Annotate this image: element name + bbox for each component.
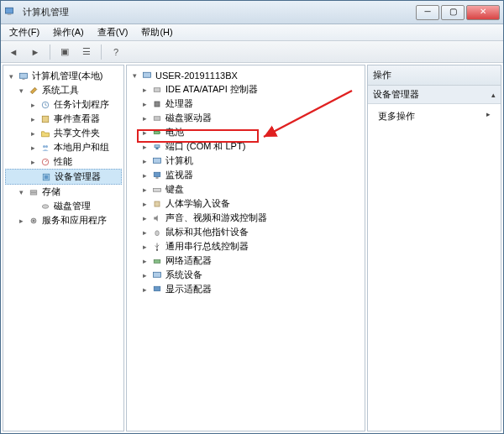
menu-view[interactable]: 查看(V) [91, 24, 135, 40]
device-network[interactable]: ▸ 网络适配器 [129, 254, 363, 268]
tree-task-scheduler[interactable]: ▸ 任务计划程序 [5, 97, 122, 112]
tree-disk-management[interactable]: 磁盘管理 [5, 199, 122, 213]
tree-label: 计算机 [165, 154, 193, 167]
expand-icon[interactable]: ▸ [140, 199, 150, 208]
help-button[interactable]: ? [107, 44, 125, 60]
expand-icon[interactable]: ▸ [140, 156, 150, 165]
disk-icon [39, 201, 51, 212]
users-icon [39, 142, 51, 154]
back-button[interactable]: ◄ [4, 44, 23, 60]
device-processors[interactable]: ▸ 处理器 [129, 97, 363, 111]
action-label: 更多操作 [378, 111, 415, 121]
device-batteries[interactable]: ▸ 电池 [129, 125, 363, 139]
toolbar: ◄ ► ▣ ☰ ? [1, 41, 503, 63]
tree-label: 监视器 [165, 169, 193, 181]
tree-label: 事件查看器 [54, 112, 100, 125]
expand-icon[interactable]: ▸ [29, 114, 38, 123]
tree-system-tools[interactable]: ▾ 系统工具 [5, 83, 122, 97]
svg-rect-16 [144, 72, 151, 77]
properties-button[interactable]: ☰ [77, 44, 96, 60]
chevron-up-icon: ▴ [491, 91, 496, 99]
device-disks[interactable]: ▸ 磁盘驱动器 [129, 111, 363, 125]
device-ports[interactable]: ▸ 端口 (COM 和 LPT) [129, 139, 363, 154]
expand-icon[interactable]: ▸ [140, 227, 150, 237]
tree-label: 电池 [165, 126, 184, 139]
tree-label: 共享文件夹 [54, 127, 100, 139]
expand-icon[interactable]: ▸ [140, 185, 150, 194]
gear-icon [28, 215, 39, 227]
expand-icon[interactable]: ▸ [29, 143, 38, 152]
svg-rect-3 [23, 79, 25, 80]
tree-storage[interactable]: ▾ 存储 [5, 185, 122, 199]
tree-event-viewer[interactable]: ▸ 事件查看器 [5, 112, 122, 126]
menu-action[interactable]: 操作(A) [46, 24, 91, 40]
tree-local-users[interactable]: ▸ 本地用户和组 [5, 140, 122, 154]
device-mice[interactable]: ▸ 鼠标和其他指针设备 [129, 225, 363, 239]
maximize-button[interactable]: ▢ [441, 5, 465, 20]
monitor-icon [151, 170, 163, 181]
collapse-icon[interactable]: ▾ [17, 86, 26, 95]
actions-subheader-label: 设备管理器 [373, 88, 419, 101]
svg-point-15 [33, 219, 34, 221]
device-hid[interactable]: ▸ 人体学输入设备 [129, 196, 363, 211]
tree-root[interactable]: ▾ 计算机管理(本地) [5, 69, 122, 83]
tree-label: IDE ATA/ATAPI 控制器 [165, 83, 258, 96]
tree-performance[interactable]: ▸ 性能 [5, 154, 122, 169]
collapse-icon[interactable]: ▾ [17, 187, 26, 196]
expand-icon[interactable]: ▸ [29, 157, 38, 166]
cpu-icon [151, 98, 163, 110]
actions-subheader[interactable]: 设备管理器 ▴ [368, 86, 501, 104]
device-system[interactable]: ▸ 系统设备 [129, 268, 363, 282]
tree-label: 性能 [54, 155, 72, 168]
tree-device-manager[interactable]: 设备管理器 [5, 169, 122, 185]
up-button[interactable]: ▣ [55, 44, 74, 60]
svg-rect-26 [156, 177, 159, 179]
expand-icon[interactable]: ▸ [29, 128, 38, 138]
device-ide[interactable]: ▸ IDE ATA/ATAPI 控制器 [129, 82, 363, 97]
tree-label: 人体学输入设备 [165, 197, 230, 210]
collapse-icon[interactable]: ▾ [130, 71, 139, 81]
expand-icon[interactable]: ▸ [29, 100, 38, 109]
menu-file[interactable]: 文件(F) [3, 24, 46, 40]
svg-point-7 [45, 145, 48, 148]
device-root[interactable]: ▾ USER-20191113BX [129, 69, 363, 82]
expand-icon[interactable]: ▸ [140, 113, 150, 123]
tree-label: 磁盘管理 [54, 200, 91, 212]
expand-icon[interactable]: ▸ [140, 128, 150, 137]
close-button[interactable]: ✕ [466, 5, 500, 20]
tree-shared-folders[interactable]: ▸ 共享文件夹 [5, 126, 122, 140]
device-computer[interactable]: ▸ 计算机 [129, 154, 363, 168]
titlebar[interactable]: 计算机管理 ─ ▢ ✕ [1, 1, 503, 24]
collapse-icon[interactable]: ▾ [7, 71, 16, 81]
minimize-button[interactable]: ─ [416, 5, 439, 20]
device-monitors[interactable]: ▸ 监视器 [129, 168, 363, 182]
expand-icon[interactable]: ▸ [140, 270, 150, 280]
expand-icon[interactable]: ▸ [140, 142, 150, 151]
forward-button[interactable]: ► [26, 44, 45, 60]
center-panel: ▾ USER-20191113BX ▸ IDE ATA/ATAPI 控制器 ▸ … [126, 65, 365, 431]
computer-icon [151, 155, 163, 167]
separator [101, 44, 102, 60]
storage-icon [28, 186, 39, 198]
menu-help[interactable]: 帮助(H) [134, 24, 179, 40]
expand-icon[interactable]: ▸ [17, 216, 26, 225]
expand-icon[interactable]: ▸ [140, 85, 150, 94]
tree-services-apps[interactable]: ▸ 服务和应用程序 [5, 213, 122, 227]
window: 计算机管理 ─ ▢ ✕ 文件(F) 操作(A) 查看(V) 帮助(H) ◄ ► … [0, 0, 504, 434]
svg-rect-20 [154, 131, 160, 133]
svg-rect-32 [154, 272, 161, 277]
device-display[interactable]: ▸ 显示适配器 [129, 282, 363, 296]
performance-icon [39, 156, 51, 168]
expand-icon[interactable]: ▸ [140, 170, 150, 180]
expand-icon[interactable]: ▸ [140, 99, 150, 108]
expand-icon[interactable]: ▸ [140, 242, 150, 251]
expand-icon[interactable]: ▸ [140, 285, 150, 294]
tree-label: 声音、视频和游戏控制器 [165, 212, 267, 224]
device-sound[interactable]: ▸ 声音、视频和游戏控制器 [129, 211, 363, 225]
device-keyboards[interactable]: ▸ 键盘 [129, 182, 363, 196]
ide-icon [151, 84, 163, 96]
device-usb[interactable]: ▸ 通用串行总线控制器 [129, 239, 363, 254]
expand-icon[interactable]: ▸ [140, 213, 150, 222]
action-more[interactable]: 更多操作 ▸ [373, 107, 496, 125]
expand-icon[interactable]: ▸ [140, 256, 150, 265]
